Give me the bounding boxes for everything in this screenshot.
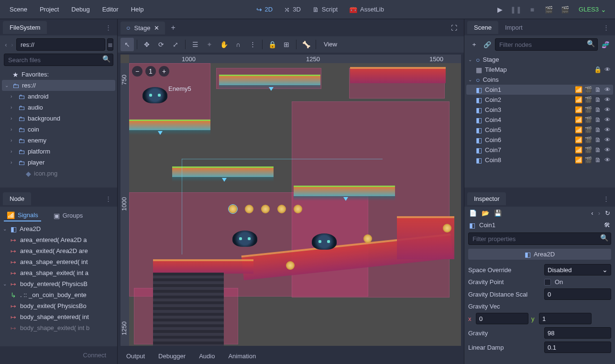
mode-3d[interactable]: ⤭3D: [279, 4, 306, 15]
signal-row[interactable]: ↦area_shape_exited( int a: [1, 267, 116, 278]
signals-subtab[interactable]: 📶Signals: [4, 210, 41, 221]
scene-instance-icon[interactable]: 🎬: [584, 156, 592, 164]
scene-instance-icon[interactable]: 🎬: [584, 116, 592, 123]
fs-folder-coin[interactable]: ›🗀coin: [2, 124, 115, 135]
pan-tool[interactable]: ✋: [217, 38, 231, 51]
bottom-tab-animation[interactable]: Animation: [222, 351, 262, 362]
visibility-icon[interactable]: 👁: [604, 136, 611, 143]
signal-row[interactable]: ↦body_shape_entered( int: [1, 311, 116, 322]
signal-row[interactable]: ↦area_exited( Area2D are: [1, 245, 116, 256]
save-resource-button[interactable]: 💾: [494, 210, 502, 217]
visibility-icon[interactable]: 👁: [604, 96, 611, 103]
visibility-icon[interactable]: 👁: [604, 126, 611, 133]
gravity-input[interactable]: [544, 327, 611, 339]
snap-options[interactable]: ⋮: [246, 38, 259, 51]
signal-icon[interactable]: 📶: [575, 116, 582, 123]
fs-folder-player[interactable]: ›🗀player: [2, 157, 115, 168]
signal-icon[interactable]: 📶: [575, 156, 582, 164]
canvas[interactable]: − 1 +: [129, 63, 461, 346]
signal-icon[interactable]: 📶: [575, 96, 582, 103]
signal-row[interactable]: ↦area_shape_entered( int: [1, 256, 116, 267]
view-menu[interactable]: View: [319, 41, 342, 48]
signal-icon[interactable]: 📶: [575, 136, 582, 143]
menu-scene[interactable]: Scene: [6, 4, 31, 15]
inspector-class-header[interactable]: ◧ Area2D: [468, 249, 611, 260]
fs-folder-platform[interactable]: ›🗀platform: [2, 146, 115, 157]
bone-tool[interactable]: 🦴: [299, 38, 313, 51]
viewport[interactable]: 1000 1250 1500 750 1000 1250 − 1 +: [121, 55, 461, 346]
signals-root[interactable]: ⌄◧Area2D: [1, 223, 116, 234]
instance-scene-button[interactable]: 🔗: [482, 39, 493, 50]
script-icon[interactable]: 🗎: [594, 146, 602, 154]
play-button[interactable]: ▶: [493, 2, 507, 17]
tree-node-coin2[interactable]: ◧Coin2📶🎬🗎👁: [466, 95, 613, 105]
fs-folder-background[interactable]: ›🗀background: [2, 113, 115, 124]
node-tab[interactable]: Node: [3, 192, 31, 205]
select-tool[interactable]: ↖: [121, 38, 134, 51]
lock-icon[interactable]: 🔒: [594, 66, 602, 73]
new-resource-button[interactable]: 📄: [469, 210, 477, 217]
close-tab-button[interactable]: ✕: [154, 24, 159, 32]
pivot-tool[interactable]: ✦: [203, 38, 216, 51]
tree-node-coins[interactable]: ⌄○Coins: [466, 75, 613, 85]
visibility-icon[interactable]: 👁: [604, 156, 611, 164]
scene-instance-icon[interactable]: 🎬: [584, 136, 592, 143]
script-icon[interactable]: 🗎: [594, 136, 602, 143]
inspector-options[interactable]: ⋮: [600, 195, 612, 202]
menu-help[interactable]: Help: [127, 4, 148, 15]
fs-back-button[interactable]: ‹: [4, 39, 8, 50]
script-icon[interactable]: 🗎: [594, 116, 602, 123]
tree-node-coin4[interactable]: ◧Coin4📶🎬🗎👁: [466, 115, 613, 125]
script-icon[interactable]: 🗎: [594, 156, 602, 164]
add-node-button[interactable]: ＋: [468, 39, 480, 50]
fs-split-mode[interactable]: ≣: [107, 38, 113, 51]
tree-node-coin1[interactable]: ◧Coin1📶🎬🗎👁: [466, 85, 613, 95]
signal-connection[interactable]: ↳. :: _on_coin_body_ente: [1, 289, 116, 300]
scene-filter-input[interactable]: [495, 38, 598, 51]
stop-button[interactable]: ■: [525, 2, 539, 17]
signal-row[interactable]: ↦body_exited( PhysicsBo: [1, 300, 116, 311]
filesystem-tab[interactable]: FileSystem: [3, 21, 47, 34]
group-tool[interactable]: ⊞: [280, 38, 293, 51]
scene-instance-icon[interactable]: 🎬: [584, 126, 592, 133]
list-select-tool[interactable]: ☰: [188, 38, 202, 51]
signal-icon[interactable]: 📶: [575, 146, 582, 154]
signal-row-expanded[interactable]: ⌄↦body_entered( PhysicsB: [1, 278, 116, 289]
distraction-free-button[interactable]: ⛶: [447, 24, 461, 32]
fs-search-input[interactable]: [4, 54, 113, 66]
signal-row[interactable]: ↦body_shape_exited( int b: [1, 322, 116, 333]
space-override-select[interactable]: Disabled⌄: [544, 264, 611, 276]
move-tool[interactable]: ✥: [140, 38, 154, 51]
renderer-select[interactable]: GLES3⌄: [574, 6, 611, 13]
signal-row[interactable]: ↦area_entered( Area2D a: [1, 234, 116, 245]
fs-file-icon[interactable]: ◆icon.png: [2, 168, 115, 179]
script-icon[interactable]: 🗎: [594, 96, 602, 103]
scene-instance-icon[interactable]: 🎬: [584, 96, 592, 103]
visibility-icon[interactable]: 👁: [604, 146, 611, 154]
tree-node-coin3[interactable]: ◧Coin3📶🎬🗎👁: [466, 105, 613, 115]
zoom-out[interactable]: −: [132, 66, 143, 77]
history-forward[interactable]: ›: [598, 210, 600, 217]
mode-script[interactable]: 🗎Script: [308, 4, 342, 15]
import-panel-tab[interactable]: Import: [498, 21, 529, 34]
gravity-vec-x-input[interactable]: [476, 313, 528, 324]
scene-tab-stage[interactable]: ○ Stage ✕: [121, 22, 165, 34]
menu-project[interactable]: Project: [36, 4, 63, 15]
tree-node-tilemap[interactable]: ▦TileMap🔒👁: [466, 65, 613, 75]
linear-damp-input[interactable]: [544, 342, 611, 353]
menu-debug[interactable]: Debug: [67, 4, 93, 15]
gravity-point-checkbox[interactable]: [544, 279, 551, 286]
script-icon[interactable]: 🗎: [594, 126, 602, 133]
gravity-vec-y-input[interactable]: [539, 313, 592, 324]
script-icon[interactable]: 🗎: [594, 86, 602, 93]
bottom-tab-audio[interactable]: Audio: [193, 351, 220, 362]
visibility-icon[interactable]: 👁: [604, 116, 611, 123]
history-list[interactable]: ↻: [605, 210, 610, 217]
tree-node-coin8[interactable]: ◧Coin8📶🎬🗎👁: [466, 155, 613, 165]
inspector-tab[interactable]: Inspector: [467, 192, 506, 205]
tree-node-coin5[interactable]: ◧Coin5📶🎬🗎👁: [466, 125, 613, 135]
pause-button[interactable]: ❚❚: [509, 2, 523, 17]
new-scene-button[interactable]: +: [165, 23, 181, 32]
history-back[interactable]: ‹: [591, 210, 593, 217]
fs-folder-android[interactable]: ›🗀android: [2, 91, 115, 102]
